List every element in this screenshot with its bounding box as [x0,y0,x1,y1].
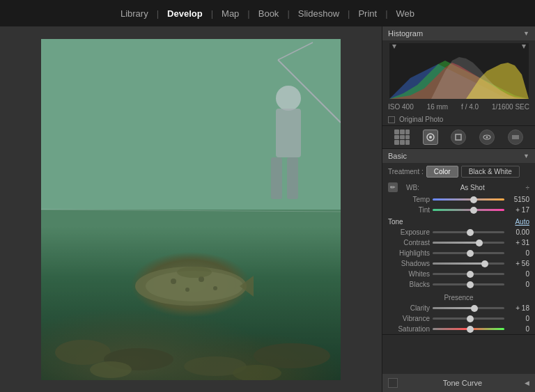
saturation-label: Saturation [388,325,430,333]
tint-slider-row: Tint + 17 [382,205,535,215]
original-photo-checkbox[interactable] [388,116,395,123]
exposure-value: 0.00 [507,228,529,236]
highlights-thumb[interactable] [467,250,474,257]
highlights-label: Highlights [388,249,430,257]
blacks-label: Blacks [388,281,430,288]
exposure-label: Exposure [388,228,430,236]
basic-header[interactable]: Basic ▼ [382,149,535,163]
blacks-slider[interactable] [433,283,504,285]
temp-slider-track[interactable] [433,198,504,201]
auto-button[interactable]: Auto [515,218,529,226]
whites-slider[interactable] [433,273,504,275]
nav-slideshow[interactable]: Slideshow [294,7,343,20]
svg-point-30 [486,136,488,139]
tint-slider-thumb[interactable] [470,207,477,214]
tone-curve-section[interactable]: Tone Curve ◀ [382,374,535,392]
nav-book[interactable]: Book [254,7,284,20]
saturation-value: 0 [507,325,529,333]
tint-value: + 17 [507,206,529,214]
histogram-header[interactable]: Histogram ▼ [382,26,535,40]
eyedropper-tool[interactable]: ✏ [388,182,398,192]
histogram-title: Histogram [388,29,423,38]
graduated-filter-tool[interactable] [508,130,523,145]
blacks-value: 0 [507,281,529,288]
blacks-thumb[interactable] [467,281,474,288]
svg-rect-28 [456,134,461,140]
tone-header: Tone Auto [382,215,535,227]
wb-symbol: ÷ [526,184,530,191]
clarity-slider[interactable] [433,307,504,309]
histogram-arrow-icon: ▼ [523,30,529,37]
vibrance-slider-row: Vibrance 0 [382,313,535,324]
crop-tool[interactable] [423,130,438,145]
highlights-slider[interactable] [433,252,504,254]
spot-removal-tool[interactable] [451,130,466,145]
nav-library[interactable]: Library [116,7,153,20]
presence-header: Presence [382,290,535,303]
nav-sep-3: | [247,8,249,19]
nav-web[interactable]: Web [392,7,419,20]
shadows-slider[interactable] [433,262,504,265]
camera-info: ISO 400 16 mm f / 4.0 1/1600 SEC [382,102,535,113]
svg-point-27 [429,136,432,139]
vibrance-slider[interactable] [433,317,504,320]
svg-rect-22 [41,39,341,210]
nav-print[interactable]: Print [354,7,381,20]
histogram-section: Histogram ▼ [382,26,535,126]
shutter-value: 1/1600 SEC [492,103,529,111]
exposure-thumb[interactable] [467,229,474,236]
nav-sep-5: | [348,8,350,19]
main-layout: Histogram ▼ [0,26,535,392]
vibrance-label: Vibrance [388,315,430,322]
highlights-value: 0 [507,249,529,257]
original-photo-row: Original Photo [382,113,535,125]
contrast-label: Contrast [388,239,430,246]
wb-label: WB: [406,184,419,191]
blacks-slider-row: Blacks 0 [382,279,535,290]
temp-slider-thumb[interactable] [470,196,477,203]
wb-value: As Shot [422,184,523,191]
photo-canvas [41,39,341,380]
red-eye-tool[interactable] [479,130,495,145]
tone-title: Tone [388,218,403,226]
contrast-value: + 31 [507,239,529,246]
grid-tool[interactable] [394,130,410,145]
contrast-thumb[interactable] [476,240,483,246]
aperture-value: f / 4.0 [461,103,479,111]
wb-row: ✏ WB: As Shot ÷ [382,180,535,194]
histogram-graph [389,43,529,99]
photo-scene [41,39,341,380]
basic-section: Basic ▼ Treatment : Color Black & White … [382,149,535,335]
original-photo-label: Original Photo [399,116,443,123]
whites-thumb[interactable] [467,271,474,278]
whites-slider-row: Whites 0 [382,269,535,279]
black-white-button[interactable]: Black & White [461,166,520,178]
exposure-slider-row: Exposure 0.00 [382,227,535,237]
nav-develop[interactable]: Develop [163,7,207,20]
saturation-slider[interactable] [433,328,504,330]
nav-sep-4: | [287,8,289,19]
tools-bar [382,126,535,149]
exposure-slider[interactable] [433,231,504,233]
contrast-slider[interactable] [433,242,504,244]
vibrance-value: 0 [507,315,529,322]
clarity-thumb[interactable] [471,305,478,312]
whites-value: 0 [507,270,529,278]
saturation-thumb[interactable] [467,326,474,333]
tint-slider-track[interactable] [433,209,504,211]
tone-curve-title: Tone Curve [443,379,482,387]
basic-arrow-icon: ▼ [523,152,529,159]
histogram-canvas [389,43,529,99]
treatment-row: Treatment : Color Black & White [382,163,535,180]
vibrance-thumb[interactable] [467,315,474,322]
saturation-slider-row: Saturation 0 [382,324,535,334]
focal-value: 16 mm [427,103,449,111]
nav-sep-1: | [157,8,159,19]
shadows-thumb[interactable] [481,260,488,267]
color-button[interactable]: Color [426,166,458,178]
photo-container[interactable] [41,39,341,380]
iso-value: ISO 400 [388,103,414,111]
nav-map[interactable]: Map [217,7,243,20]
temp-label: Temp [388,196,430,203]
highlights-slider-row: Highlights 0 [382,248,535,258]
